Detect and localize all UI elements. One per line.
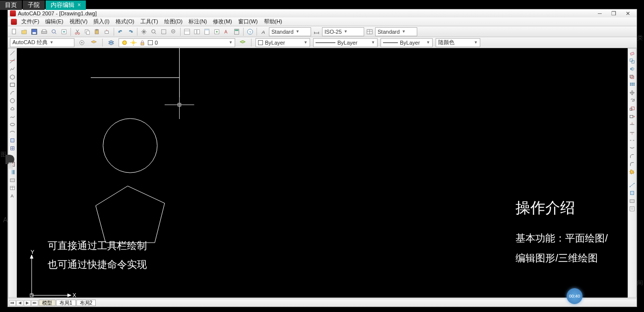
tab-last[interactable]: ⏭ (31, 300, 38, 306)
video-timer-badge[interactable]: 00:40 (567, 288, 582, 304)
menu-file[interactable]: 文件(F) (19, 17, 42, 26)
top-tab-editing[interactable]: 内容编辑 × (46, 0, 86, 10)
lineweight-combo[interactable]: ByLayer▼ (381, 38, 433, 47)
designcenter-button[interactable] (193, 27, 201, 36)
line-tool[interactable] (9, 50, 16, 57)
tab-prev[interactable]: ◀ (16, 300, 23, 306)
cad-restore[interactable]: ❐ (607, 10, 621, 17)
menu-modify[interactable]: 修改(M) (210, 17, 235, 26)
break-tool[interactable] (629, 137, 636, 144)
properties-button[interactable] (183, 27, 192, 36)
ws-settings-icon[interactable] (77, 38, 86, 47)
zoom-window-button[interactable] (159, 27, 168, 36)
region-tool[interactable] (9, 177, 16, 184)
cad-minimize[interactable]: ─ (593, 10, 607, 16)
layer-combo[interactable]: 0▼ (119, 38, 235, 47)
layer-prev-icon[interactable] (238, 38, 247, 47)
help-button[interactable]: ? (246, 27, 255, 36)
area-tool[interactable] (629, 189, 636, 196)
stretch-tool[interactable] (629, 113, 636, 120)
save-button[interactable] (30, 27, 39, 36)
arc-tool[interactable] (9, 89, 16, 96)
offset-tool[interactable] (629, 73, 636, 80)
layer-manager-icon[interactable] (89, 38, 98, 47)
region2-tool[interactable] (629, 197, 636, 204)
menu-draw[interactable]: 绘图(D) (162, 17, 185, 26)
plot-style-combo[interactable]: 随颜色▼ (436, 38, 480, 47)
cad-close[interactable]: ✕ (621, 10, 635, 17)
preview-button[interactable] (50, 27, 59, 36)
menu-edit[interactable]: 编辑(E) (43, 17, 66, 26)
new-button[interactable] (10, 27, 19, 36)
extend-tool[interactable] (629, 129, 636, 136)
list-tool[interactable] (629, 205, 636, 212)
undo-button[interactable] (116, 27, 125, 36)
match-button[interactable] (103, 27, 112, 36)
menu-view[interactable]: 视图(V) (67, 17, 90, 26)
make-block-tool[interactable] (9, 145, 16, 152)
array-tool[interactable] (629, 81, 636, 88)
xline-tool[interactable] (9, 58, 16, 64)
tab-next[interactable]: ▶ (24, 300, 31, 306)
linetype-combo[interactable]: ByLayer▼ (313, 38, 378, 47)
layer-btn[interactable] (107, 38, 116, 47)
text-tyle-btn[interactable]: A (259, 27, 268, 36)
dim-style-btn[interactable] (312, 27, 321, 36)
top-tab-college[interactable]: 子院 (23, 0, 45, 10)
pan-button[interactable] (139, 27, 148, 36)
drawing-canvas[interactable]: Y X 可直接通过工具栏绘制 也可通过快捷命令实现 操作介绍 基本功能：平面绘图… (17, 48, 628, 298)
tab-first[interactable]: ⏮ (9, 300, 16, 306)
menu-dimension[interactable]: 标注(N) (186, 17, 209, 26)
menu-insert[interactable]: 插入(I) (91, 17, 112, 26)
color-combo[interactable]: ByLayer▼ (256, 38, 310, 47)
publish-button[interactable] (60, 27, 68, 36)
tab-model[interactable]: 模型 (39, 300, 56, 306)
table-tool[interactable] (9, 185, 16, 191)
chamfer-tool[interactable] (629, 153, 636, 160)
mtext-tool[interactable]: A (9, 192, 16, 199)
menu-help[interactable]: 帮助(H) (261, 17, 285, 26)
redo-button[interactable] (126, 27, 135, 36)
calc-button[interactable] (232, 27, 241, 36)
tab-layout2[interactable]: 布局2 (76, 300, 96, 306)
text-style-combo[interactable]: Standard▼ (269, 27, 311, 36)
cut-button[interactable] (73, 27, 82, 36)
move-tool[interactable] (629, 89, 636, 96)
top-tab-home[interactable]: 目页 (0, 0, 22, 10)
copy-tool[interactable] (629, 58, 636, 64)
circle-tool[interactable] (9, 97, 16, 104)
toolpalettes-button[interactable] (202, 27, 211, 36)
polyline-tool[interactable] (9, 65, 16, 72)
rotate-tool[interactable] (629, 97, 636, 104)
gradient-tool[interactable] (9, 169, 16, 176)
insert-block-tool[interactable] (9, 137, 16, 144)
open-button[interactable] (20, 27, 29, 36)
zoom-button[interactable] (149, 27, 158, 36)
join-tool[interactable] (629, 145, 636, 152)
ellipse-arc-tool[interactable] (9, 129, 16, 136)
copy-button[interactable] (83, 27, 92, 36)
markup-button[interactable] (222, 27, 231, 36)
tab-layout1[interactable]: 布局1 (56, 300, 76, 306)
menu-window[interactable]: 窗口(W) (236, 17, 260, 26)
erase-tool[interactable] (629, 50, 636, 57)
polygon-tool[interactable] (9, 73, 16, 80)
sheet-set-button[interactable] (212, 27, 221, 36)
ellipse-tool[interactable] (9, 121, 16, 128)
zoom-previous-button[interactable] (169, 27, 178, 36)
mirror-tool[interactable] (629, 65, 636, 72)
table-style-btn[interactable] (365, 27, 374, 36)
paste-button[interactable] (93, 27, 102, 36)
close-icon[interactable]: × (77, 1, 81, 8)
table-style-combo[interactable]: Standard▼ (375, 27, 417, 36)
plot-button[interactable] (40, 27, 49, 36)
explode-tool[interactable] (629, 169, 636, 176)
revcloud-tool[interactable] (9, 105, 16, 112)
fillet-tool[interactable] (629, 161, 636, 168)
dist-tool[interactable] (629, 182, 636, 188)
menu-tools[interactable]: 工具(T) (138, 17, 161, 26)
rectangle-tool[interactable] (9, 81, 16, 88)
trim-tool[interactable] (629, 121, 636, 128)
workspace-combo[interactable]: AutoCAD 经典▼ (10, 38, 74, 47)
spline-tool[interactable] (9, 113, 16, 120)
